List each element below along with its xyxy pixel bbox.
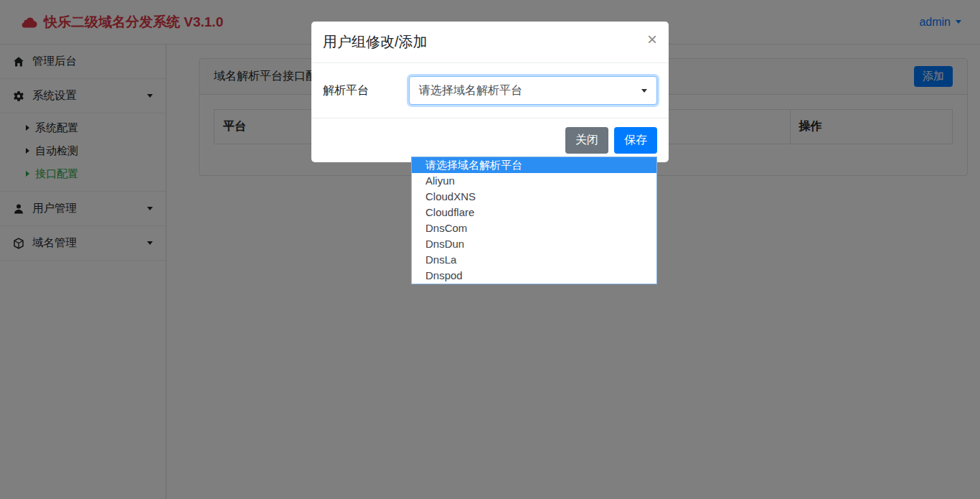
close-button[interactable]: 关闭 xyxy=(565,127,608,154)
dropdown-option[interactable]: DnsCom xyxy=(412,220,656,236)
dropdown-option[interactable]: DnsDun xyxy=(412,236,656,252)
close-icon[interactable]: × xyxy=(647,32,657,47)
user-group-modal: 用户组修改/添加 × 解析平台 请选择域名解析平台 关闭 保存 xyxy=(311,22,669,162)
select-arrow-icon xyxy=(641,89,647,93)
modal-header: 用户组修改/添加 × xyxy=(311,22,669,63)
dropdown-option[interactable]: Cloudflare xyxy=(412,205,656,220)
dropdown-option[interactable]: 请选择域名解析平台 xyxy=(412,157,656,173)
modal-body: 解析平台 请选择域名解析平台 xyxy=(311,63,669,118)
dropdown-option[interactable]: Aliyun xyxy=(412,173,656,189)
platform-select[interactable]: 请选择域名解析平台 xyxy=(409,76,657,105)
dropdown-option[interactable]: DnsLa xyxy=(412,252,656,268)
modal-title: 用户组修改/添加 xyxy=(323,32,428,52)
dropdown-option[interactable]: Dnspod xyxy=(412,268,656,284)
platform-select-label: 解析平台 xyxy=(323,83,409,98)
platform-form-row: 解析平台 请选择域名解析平台 xyxy=(323,76,657,105)
platform-dropdown-list: 请选择域名解析平台 Aliyun CloudXNS Cloudflare Dns… xyxy=(411,157,657,284)
save-button[interactable]: 保存 xyxy=(614,127,657,154)
modal-footer: 关闭 保存 xyxy=(311,118,669,162)
dropdown-option[interactable]: CloudXNS xyxy=(412,189,656,205)
platform-select-value: 请选择域名解析平台 xyxy=(419,83,522,98)
